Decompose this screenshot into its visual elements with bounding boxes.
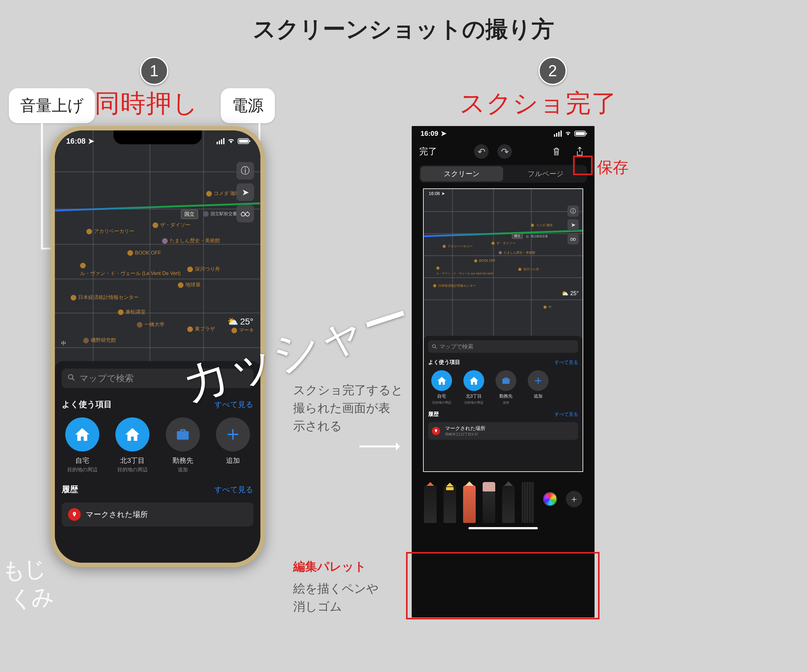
svg-point-4 xyxy=(573,238,576,240)
favorite-icon xyxy=(115,417,149,452)
section-favorites: よく使う項目 すべて見る xyxy=(62,399,254,410)
screenshot-preview[interactable]: 16:08➤ 国立 コメダ 珈琲 アカリベーカリー ザ・ダ xyxy=(423,189,583,472)
map-poi[interactable]: ザ・ダイソー xyxy=(153,222,190,228)
tool-ruler[interactable] xyxy=(522,482,534,523)
weather-icon: ⛅ xyxy=(227,316,238,327)
page-title: スクリーンショットの撮り方 xyxy=(0,14,807,45)
favorite-item[interactable]: 勤務先追加 xyxy=(162,417,203,473)
map-poi[interactable]: ル・ヴァン・ド・ヴェール (Le Vent De Vert) xyxy=(80,263,162,277)
step-badge-2: 2 xyxy=(538,57,567,85)
favorite-sub: 目的地の周辺 xyxy=(428,401,455,405)
screenshot-editor: 16:09 ➤ 完了 ↶ ↷ xyxy=(412,126,594,617)
map-poi[interactable]: アカリベーカリー xyxy=(86,228,134,235)
tool-pen[interactable] xyxy=(424,485,437,523)
status-time: 16:09 xyxy=(420,129,438,138)
favorite-icon xyxy=(528,370,548,391)
favorite-label: 自宅 xyxy=(62,456,103,465)
locate-button: ➤ xyxy=(568,219,579,231)
favorite-icon xyxy=(496,370,516,391)
favorite-item[interactable]: 北3丁目目的地の周辺 xyxy=(460,370,487,405)
pointer-line xyxy=(259,121,262,123)
favorite-label: 自宅 xyxy=(428,394,455,399)
svg-point-0 xyxy=(241,212,245,216)
step-heading-1: 同時押し xyxy=(95,87,199,121)
favorite-icon xyxy=(65,417,99,452)
map-poi[interactable]: 地球屋 xyxy=(178,281,201,288)
note-palette-title: 編集パレット xyxy=(293,558,366,576)
color-picker[interactable] xyxy=(541,490,559,508)
redo-button[interactable]: ↷ xyxy=(497,144,512,159)
map-poi[interactable]: 国立駅前交番 xyxy=(203,211,237,217)
markup-palette[interactable]: ＋ xyxy=(414,475,592,532)
map-route xyxy=(55,203,261,212)
tool-marker[interactable] xyxy=(443,485,456,523)
map-station[interactable]: 国立 xyxy=(181,210,198,219)
favorite-label: 勤務先 xyxy=(162,456,203,465)
home-indicator[interactable] xyxy=(468,527,538,529)
tab-segment[interactable]: スクリーン フルページ xyxy=(419,165,587,183)
favorite-label: 北3丁目 xyxy=(460,394,487,399)
done-button[interactable]: 完了 xyxy=(419,146,437,157)
map-poi[interactable]: BOOK OFF xyxy=(127,250,161,256)
map-poi[interactable]: 磯野研究館 xyxy=(83,337,116,344)
favorite-label: 追加 xyxy=(213,456,254,465)
iphone-notch xyxy=(113,131,202,144)
map-poi[interactable]: たましん歴史・美術館 xyxy=(162,238,220,244)
history-item[interactable]: マークされた場所 xyxy=(62,503,254,526)
add-tool-button[interactable]: ＋ xyxy=(566,491,582,507)
favorite-item[interactable]: 自宅目的地の周辺 xyxy=(62,417,103,473)
favorite-label: 北3丁目 xyxy=(112,456,153,465)
map-poi[interactable]: 中 xyxy=(61,340,66,347)
note-palette-desc: 絵を描くペンや 消しゴム xyxy=(293,580,379,616)
tool-lasso[interactable] xyxy=(502,485,515,523)
favorite-item[interactable]: 北3丁目目的地の周辺 xyxy=(112,417,153,473)
favorite-label: 追加 xyxy=(525,394,552,399)
share-button[interactable] xyxy=(573,144,587,159)
label-volume-up: 音量上げ xyxy=(9,88,95,123)
favorite-item[interactable]: 自宅目的地の周辺 xyxy=(428,370,455,405)
battery-icon xyxy=(238,138,249,144)
map-poi[interactable]: 兼松講堂 xyxy=(118,309,146,315)
svg-point-1 xyxy=(246,212,249,216)
weather-badge: ⛅ 25° xyxy=(227,316,254,327)
tab-fullpage[interactable]: フルページ xyxy=(504,165,587,183)
signal-icon xyxy=(554,131,562,137)
watermark: くみ xyxy=(8,581,53,614)
tool-pencil[interactable] xyxy=(463,485,476,523)
favorite-sub: 追加 xyxy=(492,401,520,405)
see-all-link[interactable]: すべて見る xyxy=(214,485,254,495)
map-poi[interactable]: 東プラザ xyxy=(187,326,215,333)
watermark: もじ xyxy=(1,553,46,586)
undo-button[interactable]: ↶ xyxy=(474,144,488,159)
favorite-item[interactable]: 勤務先追加 xyxy=(492,370,520,405)
map-poi[interactable]: マーキ xyxy=(231,327,254,334)
label-power: 電源 xyxy=(221,88,275,123)
maps-bottom-sheet[interactable]: マップで検索 よく使う項目 すべて見る 自宅目的地の周辺北3丁目目的地の周辺勤務… xyxy=(55,361,261,563)
tool-eraser[interactable] xyxy=(483,492,495,523)
info-button[interactable]: ⓘ xyxy=(236,162,254,180)
favorite-item[interactable]: 追加 xyxy=(525,370,552,405)
see-all-link[interactable]: すべて見る xyxy=(214,399,254,410)
map-poi[interactable]: コメダ 珈琲 xyxy=(206,190,240,197)
map-poi[interactable]: 日本経済統計情報センター xyxy=(71,294,139,301)
favorite-sub: 目的地の周辺 xyxy=(112,467,153,473)
label-save: 保存 xyxy=(597,157,629,178)
favorite-icon xyxy=(463,370,484,391)
favorite-icon xyxy=(166,417,200,452)
locate-button[interactable]: ➤ xyxy=(236,183,254,201)
favorite-item[interactable]: 追加 xyxy=(213,417,254,473)
search-input[interactable]: マップで検索 xyxy=(62,369,254,388)
trash-button[interactable] xyxy=(549,144,564,159)
binoculars-button[interactable] xyxy=(236,205,254,222)
favorite-icon xyxy=(431,370,452,391)
step-heading-2: スクショ完了 xyxy=(460,87,617,121)
signal-icon xyxy=(217,138,224,144)
tab-screen[interactable]: スクリーン xyxy=(420,166,503,182)
battery-icon xyxy=(575,131,586,136)
status-time: 16:08 xyxy=(66,137,85,146)
favorite-sub: 目的地の周辺 xyxy=(460,401,487,405)
map-poi[interactable]: 一橋大学 xyxy=(137,321,164,328)
status-bar: 16:09 ➤ xyxy=(412,126,594,139)
pin-icon xyxy=(68,508,81,521)
map-poi[interactable]: 深川つり舟 xyxy=(187,266,220,273)
